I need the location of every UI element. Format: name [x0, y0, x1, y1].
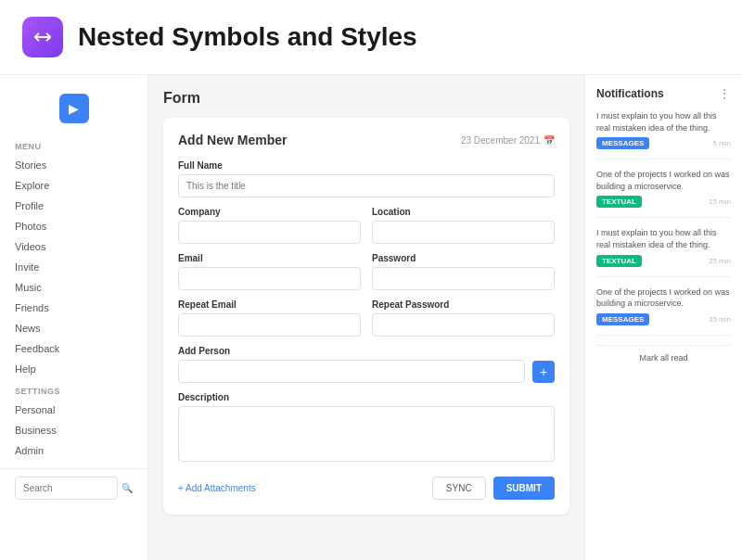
repeat-email-group: Repeat Email [178, 299, 361, 337]
repeat-password-input[interactable] [372, 313, 555, 337]
mark-all-read-button[interactable]: Mark all read [596, 353, 731, 363]
form-date: 23 December 2021 📅 [461, 135, 555, 146]
header: Nested Symbols and Styles [0, 0, 742, 75]
notif-time-1: 5 min [712, 139, 731, 147]
email-input[interactable] [178, 267, 361, 290]
search-input[interactable] [15, 477, 118, 500]
notif-footer-2: TEXTUAL 15 min [596, 196, 731, 208]
notif-badge-3: TEXTUAL [596, 255, 642, 267]
password-input[interactable] [372, 267, 555, 290]
repeat-password-group: Repeat Password [372, 299, 555, 337]
email-label: Email [178, 253, 361, 263]
sidebar-item-news[interactable]: News [0, 318, 147, 338]
form-section-title: Form [163, 90, 569, 107]
content-area: Form Add New Member 23 December 2021 📅 F… [148, 75, 584, 560]
sidebar-item-stories[interactable]: Stories [0, 155, 147, 175]
notif-text-1: I must explain to you how all this real … [596, 110, 731, 134]
notif-time-4: 35 min [709, 315, 731, 324]
notif-text-4: One of the projects I worked on was buil… [596, 286, 731, 310]
sidebar-item-explore[interactable]: Explore [0, 175, 147, 196]
add-attachments-link[interactable]: + Add Attachments [178, 483, 256, 493]
location-label: Location [372, 207, 555, 217]
full-name-label: Full Name [178, 160, 555, 171]
settings-section-label: SETTINGS [0, 379, 147, 400]
sidebar-item-admin[interactable]: Admin [0, 440, 147, 461]
footer-buttons: SYNC SUBMIT [432, 477, 555, 500]
company-input[interactable] [178, 221, 361, 244]
sidebar-item-photos[interactable]: Photos [0, 216, 147, 236]
add-person-label: Add Person [178, 346, 555, 356]
sidebar-item-profile[interactable]: Profile [0, 196, 147, 216]
description-input[interactable] [178, 406, 555, 462]
location-group: Location [372, 207, 555, 244]
notif-item-1: I must explain to you how all this real … [596, 110, 731, 159]
email-group: Email [178, 253, 361, 290]
form-card: Add New Member 23 December 2021 📅 Full N… [163, 118, 569, 515]
sidebar-item-feedback[interactable]: Feedback [0, 338, 147, 359]
company-location-row: Company Location [178, 207, 555, 244]
form-footer: + Add Attachments SYNC SUBMIT [178, 477, 555, 500]
company-group: Company [178, 207, 361, 244]
notif-item-3: I must explain to you how all this real … [596, 227, 731, 276]
calendar-icon: 📅 [544, 135, 555, 146]
add-person-button[interactable]: + [532, 361, 555, 383]
app-icon [22, 17, 63, 57]
company-label: Company [178, 207, 361, 217]
sidebar-logo: ▶ [59, 94, 89, 123]
notif-item-4: One of the projects I worked on was buil… [596, 286, 731, 336]
notif-divider [596, 345, 731, 346]
search-icon: 🔍 [122, 483, 133, 493]
repeat-email-input[interactable] [178, 313, 361, 337]
repeat-email-label: Repeat Email [178, 299, 361, 310]
notif-text-3: I must explain to you how all this real … [596, 227, 731, 250]
sidebar-item-music[interactable]: Music [0, 277, 147, 298]
menu-section-label: MENU [0, 134, 147, 155]
notif-badge-1: MESSAGES [596, 137, 649, 149]
notifications-menu-icon[interactable]: ⋮ [718, 86, 731, 101]
repeat-row: Repeat Email Repeat Password [178, 299, 555, 337]
notif-badge-4: MESSAGES [596, 313, 649, 325]
notif-footer-4: MESSAGES 35 min [596, 313, 731, 325]
sidebar: ▶ MENU Stories Explore Profile Photos Vi… [0, 75, 148, 560]
add-person-input[interactable] [178, 360, 525, 383]
sidebar-search: 🔍 [0, 468, 147, 507]
main-area: ▶ MENU Stories Explore Profile Photos Vi… [0, 75, 742, 560]
description-label: Description [178, 392, 555, 402]
notif-footer-3: TEXTUAL 25 min [596, 255, 731, 267]
page-title: Nested Symbols and Styles [78, 22, 417, 52]
sidebar-item-invite[interactable]: Invite [0, 257, 147, 277]
add-person-group: Add Person + [178, 346, 555, 383]
notifications-panel: Notifications ⋮ I must explain to you ho… [584, 75, 742, 560]
form-card-title: Add New Member [178, 133, 287, 147]
submit-button[interactable]: SUBMIT [493, 477, 555, 500]
full-name-input[interactable] [178, 174, 555, 197]
add-person-row: + [178, 360, 555, 383]
notif-time-3: 25 min [709, 257, 731, 265]
password-group: Password [372, 253, 555, 290]
form-header: Add New Member 23 December 2021 📅 [178, 133, 555, 147]
email-password-row: Email Password [178, 253, 555, 290]
sidebar-item-business[interactable]: Business [0, 420, 147, 440]
full-name-group: Full Name [178, 160, 555, 197]
notif-time-2: 15 min [709, 197, 731, 206]
password-label: Password [372, 253, 555, 263]
notifications-header: Notifications ⋮ [596, 86, 731, 101]
notifications-title: Notifications [596, 87, 664, 100]
description-group: Description [178, 392, 555, 465]
location-input[interactable] [372, 221, 555, 244]
notif-footer-1: MESSAGES 5 min [596, 137, 731, 149]
sidebar-item-help[interactable]: Help [0, 359, 147, 379]
sidebar-item-friends[interactable]: Friends [0, 298, 147, 318]
notif-badge-2: TEXTUAL [596, 196, 642, 208]
repeat-password-label: Repeat Password [372, 299, 555, 310]
sidebar-item-videos[interactable]: Videos [0, 236, 147, 257]
notif-item-2: One of the projects I worked on was buil… [596, 169, 731, 218]
sync-button[interactable]: SYNC [432, 477, 486, 500]
notif-text-2: One of the projects I worked on was buil… [596, 169, 731, 192]
sidebar-item-personal[interactable]: Personal [0, 400, 147, 420]
